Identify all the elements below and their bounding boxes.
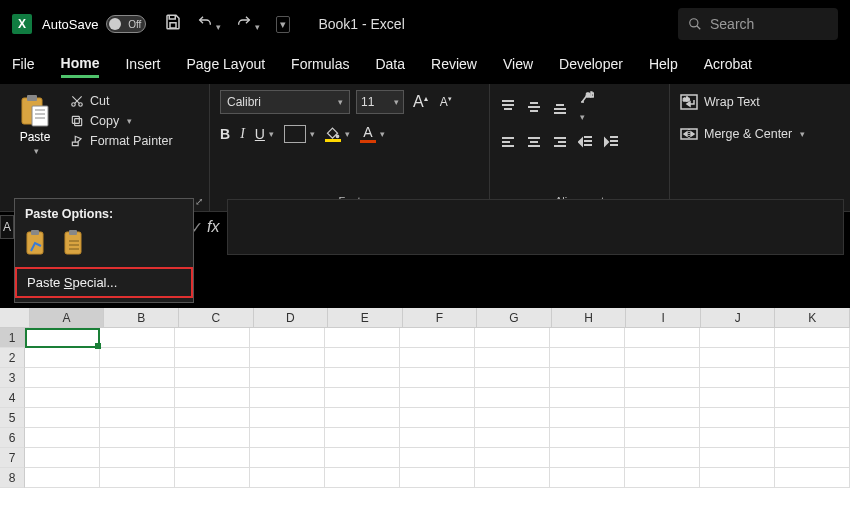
bold-button[interactable]: B	[220, 126, 230, 142]
paste-button[interactable]: Paste ▾	[10, 90, 60, 209]
fx-label[interactable]: fx	[207, 218, 219, 236]
cut-button[interactable]: Cut	[70, 94, 173, 108]
row-header-3[interactable]: 3	[0, 368, 25, 388]
paste-special-menu-item[interactable]: Paste Special...	[15, 267, 193, 298]
paste-icon	[20, 94, 50, 128]
search-input[interactable]: Search	[678, 8, 838, 40]
col-header-J[interactable]: J	[701, 308, 776, 327]
align-left-button[interactable]	[500, 134, 516, 150]
search-icon	[688, 17, 702, 31]
font-name-select[interactable]: Calibri▾	[220, 90, 350, 114]
scissors-icon	[70, 94, 84, 108]
svg-rect-13	[75, 119, 82, 126]
tab-developer[interactable]: Developer	[559, 56, 623, 76]
ribbon-tabs: File Home Insert Page Layout Formulas Da…	[0, 48, 850, 84]
tab-help[interactable]: Help	[649, 56, 678, 76]
decrease-font-size-button[interactable]: A▾	[437, 95, 455, 109]
autosave-toggle[interactable]: AutoSave Off	[42, 15, 146, 33]
increase-indent-button[interactable]	[604, 134, 620, 150]
col-header-C[interactable]: C	[179, 308, 254, 327]
align-center-button[interactable]	[526, 134, 542, 150]
col-header-B[interactable]: B	[104, 308, 179, 327]
fill-color-button[interactable]: ▾	[325, 126, 350, 142]
tab-insert[interactable]: Insert	[125, 56, 160, 76]
undo-icon[interactable]: ▾	[196, 14, 221, 34]
autosave-state: Off	[128, 19, 141, 30]
search-placeholder: Search	[710, 16, 754, 32]
italic-button[interactable]: I	[240, 126, 245, 142]
col-header-E[interactable]: E	[328, 308, 403, 327]
autosave-switch[interactable]: Off	[106, 15, 146, 33]
svg-text:ab: ab	[683, 96, 690, 102]
copy-label: Copy	[90, 114, 119, 128]
tab-home[interactable]: Home	[61, 55, 100, 78]
redo-icon[interactable]: ▾	[235, 14, 260, 34]
fx-area: ✓ fx	[190, 218, 219, 237]
spreadsheet-grid[interactable]: A B C D E F G H I J K 1 2 3 4 5 6 7 8	[0, 308, 850, 519]
row-header-8[interactable]: 8	[0, 468, 25, 488]
borders-button[interactable]: ▾	[284, 125, 315, 143]
col-header-H[interactable]: H	[552, 308, 627, 327]
svg-point-15	[337, 135, 340, 138]
wrap-text-label: Wrap Text	[704, 95, 760, 109]
tab-page-layout[interactable]: Page Layout	[186, 56, 265, 76]
wrap-text-button[interactable]: ab Wrap Text	[680, 94, 830, 110]
align-middle-button[interactable]	[526, 99, 542, 115]
toggle-knob	[109, 18, 121, 30]
orientation-button[interactable]: ab▾	[578, 90, 594, 124]
paste-option-values[interactable]	[63, 229, 87, 257]
font-size-select[interactable]: 11▾	[356, 90, 404, 114]
font-color-icon: A	[360, 124, 376, 143]
qat-customize-icon[interactable]: ▾	[276, 16, 290, 33]
col-header-A[interactable]: A	[30, 308, 105, 327]
title-bar: X AutoSave Off ▾ ▾ ▾ Book1 - Excel Searc…	[0, 0, 850, 48]
row-header-5[interactable]: 5	[0, 408, 25, 428]
align-bottom-button[interactable]	[552, 99, 568, 115]
col-header-K[interactable]: K	[775, 308, 850, 327]
paste-option-default[interactable]	[25, 229, 49, 257]
increase-font-size-button[interactable]: A▴	[410, 93, 431, 111]
align-top-button[interactable]	[500, 99, 516, 115]
bucket-icon	[325, 126, 341, 142]
row-header-7[interactable]: 7	[0, 448, 25, 468]
tab-formulas[interactable]: Formulas	[291, 56, 349, 76]
tab-acrobat[interactable]: Acrobat	[704, 56, 752, 76]
row-header-6[interactable]: 6	[0, 428, 25, 448]
underline-button[interactable]: U▾	[255, 126, 274, 142]
merge-center-button[interactable]: Merge & Center ▾	[680, 126, 830, 142]
decrease-indent-button[interactable]	[578, 134, 594, 150]
clipboard-launcher-icon[interactable]: ⤢	[195, 196, 203, 207]
svg-rect-4	[27, 95, 37, 101]
group-font: Calibri▾ 11▾ A▴ A▾ B I U▾ ▾ ▾	[210, 84, 490, 211]
row-header-4[interactable]: 4	[0, 388, 25, 408]
tab-file[interactable]: File	[12, 56, 35, 76]
formula-bar[interactable]	[227, 199, 844, 255]
format-painter-button[interactable]: Format Painter	[70, 134, 173, 148]
ribbon-content: Paste ▾ Cut Copy ▾ Format Painter ⤢ Cali…	[0, 84, 850, 212]
tab-data[interactable]: Data	[375, 56, 405, 76]
cells-area[interactable]	[25, 328, 850, 488]
tab-view[interactable]: View	[503, 56, 533, 76]
font-color-button[interactable]: A ▾	[360, 124, 385, 143]
font-name-value: Calibri	[227, 95, 261, 109]
row-header-1[interactable]: 1	[0, 328, 25, 348]
svg-rect-14	[72, 116, 79, 123]
autosave-label: AutoSave	[42, 17, 98, 32]
col-header-D[interactable]: D	[254, 308, 329, 327]
chevron-down-icon: ▾	[34, 146, 39, 156]
select-all-corner[interactable]	[0, 308, 30, 327]
save-icon[interactable]	[164, 13, 182, 35]
row-header-2[interactable]: 2	[0, 348, 25, 368]
col-header-I[interactable]: I	[626, 308, 701, 327]
align-right-button[interactable]	[552, 134, 568, 150]
name-box[interactable]: A	[0, 215, 14, 239]
paintbrush-icon	[70, 134, 84, 148]
copy-button[interactable]: Copy ▾	[70, 114, 173, 128]
svg-rect-51	[31, 230, 39, 235]
tab-review[interactable]: Review	[431, 56, 477, 76]
col-header-F[interactable]: F	[403, 308, 478, 327]
cut-label: Cut	[90, 94, 109, 108]
col-header-G[interactable]: G	[477, 308, 552, 327]
quick-access-toolbar: ▾ ▾ ▾	[164, 13, 290, 35]
font-size-value: 11	[361, 95, 374, 109]
